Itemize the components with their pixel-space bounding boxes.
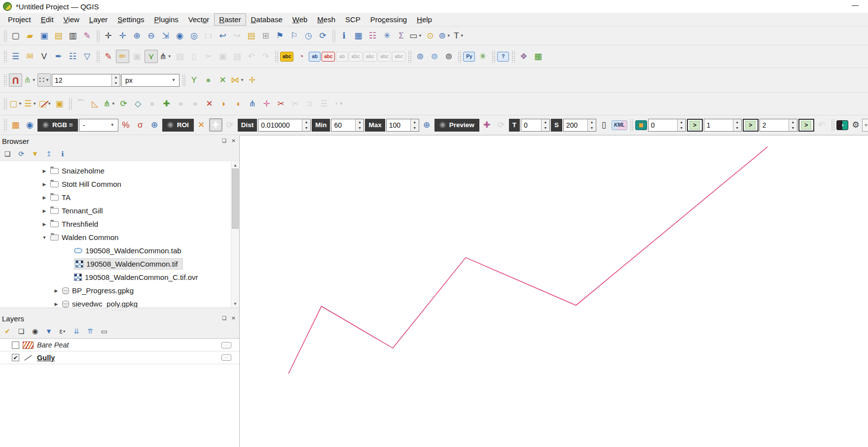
fill-ring-icon[interactable]: ●	[174, 97, 187, 110]
show-sum-icon[interactable]: Σ	[395, 29, 408, 42]
delete-selected-icon[interactable]: ▯	[187, 50, 201, 63]
add-selected-layers-icon[interactable]: ❏	[2, 148, 13, 159]
expander-closed-icon[interactable]: ▶	[41, 195, 47, 200]
layers-float-button[interactable]: ❏	[220, 314, 228, 322]
save-project-icon[interactable]: ▣	[37, 29, 51, 42]
select-by-value-icon[interactable]: ☰▼	[24, 97, 37, 110]
browser-item[interactable]: ▶Snaizeholme	[0, 164, 239, 177]
metasearch-icon[interactable]: ⊚	[428, 50, 441, 63]
help-contents-icon[interactable]: ?	[497, 52, 509, 62]
highlight-labels-icon[interactable]: ab	[336, 52, 348, 62]
data-source-manager-icon[interactable]: ☰	[9, 50, 22, 63]
menu-settings[interactable]: Settings	[112, 13, 149, 26]
browser-close-button[interactable]: ✕	[230, 137, 237, 144]
open-layer-styling-icon[interactable]: ✔	[2, 326, 13, 337]
change-label-icon[interactable]: abc	[378, 52, 391, 62]
measure-icon[interactable]: ▭▼	[409, 29, 423, 42]
scp-redo-preview-icon[interactable]: ⟳	[495, 118, 508, 132]
scp-s-input-spin-buttons[interactable]: ▲▼	[587, 119, 596, 131]
scp-rgb-toggle[interactable]: RGB =	[37, 119, 78, 132]
new-project-icon[interactable]: ▢	[9, 29, 22, 42]
add-web-service-layer-icon[interactable]: ✉	[23, 50, 36, 63]
toolbar-overflow-button[interactable]: +	[862, 119, 868, 132]
new-print-layout-icon[interactable]: ▤	[52, 29, 65, 42]
scp-sigma-stretch-icon[interactable]: σ	[134, 118, 147, 132]
trim-extend-icon[interactable]: ☰	[317, 97, 330, 110]
panel-splitter-handle[interactable]: ······	[0, 308, 239, 312]
expander-closed-icon[interactable]: ▶	[41, 208, 47, 213]
layer-row[interactable]: Bare Peat···	[0, 339, 239, 351]
snapping-units-select[interactable]: px▼	[121, 74, 180, 87]
scp-zoom-roi-icon[interactable]: ⊕	[148, 118, 161, 132]
scp-min-input-spin-buttons[interactable]: ▲▼	[355, 119, 363, 131]
topological-editing-icon[interactable]: Y	[187, 73, 201, 87]
snapping-mode-icon[interactable]: ⋔▼	[23, 73, 36, 87]
deselect-all-icon[interactable]: ▢▼	[38, 97, 52, 110]
scp-preview-toggle[interactable]: Preview	[434, 119, 479, 132]
label-properties-icon[interactable]: abc	[392, 52, 405, 62]
scp-undo-classification-icon[interactable]: ↶	[815, 118, 829, 132]
new-shapefile-layer-icon[interactable]: V	[37, 50, 51, 63]
layers-close-button[interactable]: ✕	[230, 314, 237, 322]
plugin-tool-icon[interactable]: ✳	[476, 50, 489, 63]
new-virtual-layer-icon[interactable]: ▽	[80, 50, 94, 63]
zoom-out-icon[interactable]: ⊖	[145, 29, 158, 42]
redo-icon[interactable]: ↷	[259, 50, 272, 63]
vertex-tool-icon[interactable]: ⋔▼	[159, 50, 172, 63]
select-features-icon[interactable]: ▢▼	[9, 97, 23, 110]
tracing-icon[interactable]: ✛	[246, 73, 259, 87]
browser-item[interactable]: ▶Stott Hill Common	[0, 177, 239, 191]
osm-place-search-icon[interactable]: ⊚	[413, 50, 427, 63]
refresh-browser-icon[interactable]: ⟳	[16, 148, 27, 159]
avoid-overlap-icon[interactable]: ●	[202, 73, 215, 87]
collapse-all-layers-icon[interactable]: ⇈	[85, 326, 96, 337]
expander-closed-icon[interactable]: ▶	[53, 302, 59, 307]
layer-labeling-icon[interactable]: abc	[280, 52, 293, 62]
python-console-icon[interactable]: Py	[463, 52, 475, 62]
scp-class-2-apply-button[interactable]: >	[798, 119, 814, 132]
scp-bandset-icon[interactable]: ▦	[9, 118, 22, 132]
zoom-last-icon[interactable]: ↩	[216, 29, 229, 42]
scp-class-1-input[interactable]: 1▲▼	[704, 119, 742, 132]
snapping-toggle-icon[interactable]: U	[9, 73, 22, 87]
new-geopackage-layer-icon[interactable]: ✒	[52, 50, 65, 63]
add-ring-icon[interactable]: ●	[145, 97, 159, 110]
rotate-label-icon[interactable]: abc	[363, 52, 377, 62]
filter-browser-icon[interactable]: ▼	[30, 148, 40, 159]
browser-item[interactable]: ▶Threshfield	[0, 217, 239, 231]
delete-ring-icon[interactable]: ●	[188, 97, 202, 110]
toggle-editing-icon[interactable]: ✏	[116, 50, 129, 63]
expand-all-layers-icon[interactable]: ⇊	[71, 326, 82, 337]
digitize-with-curve-icon[interactable]: ⌒	[74, 97, 87, 110]
cut-features-icon[interactable]: ✂	[202, 50, 215, 63]
open-attribute-table-icon[interactable]: ▦	[352, 29, 365, 42]
current-edits-icon[interactable]: ✎	[102, 50, 115, 63]
map-tips-icon[interactable]: ⊙	[424, 29, 437, 42]
scp-class-0-input[interactable]: 0▲▼	[648, 119, 686, 132]
unplaced-labels-icon[interactable]: abc	[322, 52, 335, 62]
browser-item[interactable]: ▼Walden Common	[0, 231, 239, 244]
vertex-editor-icon[interactable]: ⋔▼	[103, 97, 116, 110]
scp-dist-input[interactable]: 0.010000▲▼	[258, 119, 311, 132]
open-project-icon[interactable]: ▰	[23, 29, 36, 42]
temporal-controller-icon[interactable]: ◷	[302, 29, 315, 42]
snapping-tolerance-input-spin-buttons[interactable]: ▲▼	[111, 74, 120, 86]
menu-raster[interactable]: Raster	[214, 13, 246, 26]
scp-redo-roi-icon[interactable]: ⟳	[223, 118, 237, 132]
rotate-feature-icon[interactable]: ⟳	[117, 97, 130, 110]
processing-toolbox-icon[interactable]: ✳	[380, 29, 394, 42]
text-annotation-icon[interactable]: T▼	[452, 29, 466, 42]
collapse-all-icon[interactable]: ↥	[43, 148, 54, 159]
snapping-tolerance-input[interactable]: 12▲▼	[52, 74, 120, 87]
topology-plugin-icon[interactable]: ❖	[517, 50, 530, 63]
scp-class-2-input-spin-buttons[interactable]: ▲▼	[789, 119, 797, 131]
snap-on-intersection-icon[interactable]: ⋈▼	[230, 73, 245, 87]
scp-image-overview-icon[interactable]: ◉	[23, 118, 36, 132]
menu-help[interactable]: Help	[412, 13, 437, 26]
layer-checkbox-unchecked[interactable]	[12, 342, 19, 349]
measure-angle-icon[interactable]: ◺	[88, 97, 102, 110]
pin-labels-icon[interactable]: ab	[309, 52, 321, 62]
scp-class-0-apply-button[interactable]: >	[687, 119, 703, 132]
scp-classification-grid-icon[interactable]: ▦	[635, 120, 647, 130]
layout-manager-icon[interactable]: ▥	[66, 29, 79, 42]
